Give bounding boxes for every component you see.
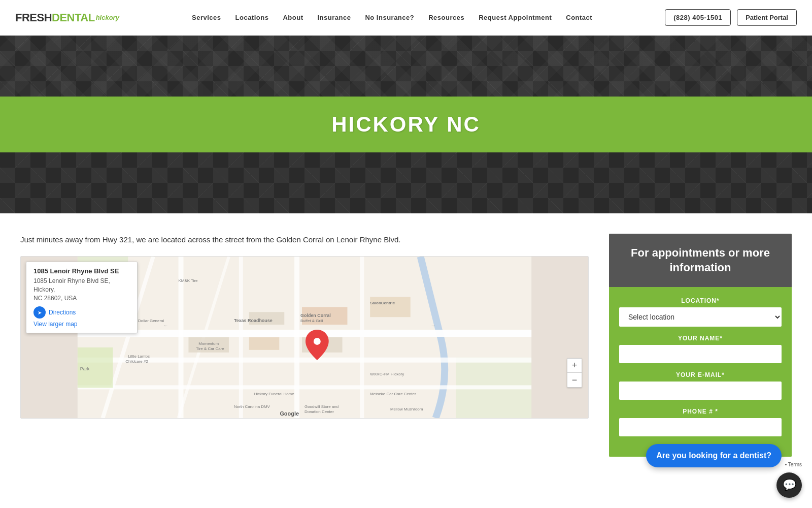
hero-dark-bottom — [0, 152, 812, 213]
svg-rect-7 — [239, 257, 243, 418]
logo-sub: hickory — [96, 14, 119, 21]
logo-text: FRESHDENTAL — [15, 11, 95, 24]
directions-button[interactable]: ➤ Directions — [33, 306, 130, 319]
phone-group: PHONE # * — [619, 408, 782, 436]
svg-text:Mellow Mushroom: Mellow Mushroom — [390, 407, 423, 411]
sidebar-card: For appointments or more information LOC… — [609, 234, 792, 457]
view-larger-map[interactable]: View larger map — [33, 321, 130, 328]
hero-dark-top — [0, 36, 812, 97]
map-address: 1085 Lenoir Rhyne Blvd SE, Hickory, NC 2… — [33, 277, 130, 302]
diamond-pattern-top — [0, 36, 812, 97]
map-zoom-controls: + − — [567, 358, 582, 388]
svg-text:Google: Google — [280, 410, 299, 417]
svg-text:KM&K Tire: KM&K Tire — [179, 278, 198, 283]
svg-text:SalonCentric: SalonCentric — [370, 301, 395, 305]
sidebar: For appointments or more information LOC… — [609, 234, 792, 457]
sidebar-header: For appointments or more information — [609, 234, 792, 287]
patient-portal-button[interactable]: Patient Portal — [737, 9, 797, 26]
svg-rect-8 — [294, 257, 299, 418]
svg-rect-14 — [249, 337, 280, 350]
nav-request-appointment[interactable]: Request Appointment — [479, 14, 552, 21]
header-actions: (828) 405-1501 Patient Portal — [665, 9, 797, 26]
nav-services[interactable]: Services — [192, 14, 221, 21]
nav-contact[interactable]: Contact — [566, 14, 592, 21]
page-title: HICKORY NC — [331, 112, 481, 137]
svg-text:North Carolina DMV: North Carolina DMV — [234, 404, 270, 409]
site-header: FRESHDENTAL hickory Services Locations A… — [0, 0, 812, 36]
intro-text: Just minutes away from Hwy 321, we are l… — [20, 234, 589, 246]
form-body: LOCATION* Select location YOUR NAME* YOU… — [609, 287, 792, 457]
svg-text:Momentum: Momentum — [198, 341, 219, 346]
svg-text:Buffet & Grill: Buffet & Grill — [300, 319, 323, 323]
svg-text:WXRC-FM Hickory: WXRC-FM Hickory — [370, 372, 404, 376]
main-nav: Services Locations About Insurance No In… — [192, 14, 592, 21]
nav-insurance[interactable]: Insurance — [317, 14, 351, 21]
logo[interactable]: FRESHDENTAL hickory — [15, 11, 119, 24]
map-address-title: 1085 Lenoir Rhyne Blvd SE — [33, 267, 130, 275]
location-group: LOCATION* Select location — [619, 297, 782, 327]
phone-button[interactable]: (828) 405-1501 — [665, 9, 731, 26]
content-area: Just minutes away from Hwy 321, we are l… — [0, 213, 812, 477]
svg-point-36 — [314, 338, 321, 345]
svg-text:Goodwill Store and: Goodwill Store and — [304, 404, 339, 409]
svg-text:Dollar General: Dollar General — [138, 319, 164, 323]
svg-rect-5 — [78, 385, 531, 389]
svg-text:Park: Park — [80, 366, 90, 371]
chat-icon: 💬 — [783, 479, 796, 492]
nav-no-insurance[interactable]: No Insurance? — [365, 14, 414, 21]
chat-button[interactable]: 💬 — [776, 472, 802, 498]
recaptcha-area: • Terms — [785, 462, 802, 467]
svg-rect-17 — [370, 297, 411, 318]
svg-text:Donation Center: Donation Center — [304, 409, 334, 414]
email-label: YOUR E-MAIL* — [619, 371, 782, 378]
nav-locations[interactable]: Locations — [235, 14, 269, 21]
svg-text:Tire & Car Care: Tire & Car Care — [196, 346, 224, 351]
phone-input[interactable] — [619, 418, 782, 436]
svg-rect-9 — [360, 257, 364, 418]
map-info-box: 1085 Lenoir Rhyne Blvd SE 1085 Lenoir Rh… — [26, 262, 138, 333]
zoom-out-button[interactable]: − — [567, 373, 582, 387]
hero-green: HICKORY NC — [0, 97, 812, 152]
email-input[interactable] — [619, 382, 782, 400]
name-group: YOUR NAME* — [619, 335, 782, 363]
nav-resources[interactable]: Resources — [428, 14, 464, 21]
zoom-in-button[interactable]: + — [567, 359, 582, 373]
svg-text:Meineke Car Care Center: Meineke Car Care Center — [370, 392, 416, 396]
name-input[interactable] — [619, 345, 782, 363]
svg-text:Little Lambs: Little Lambs — [128, 354, 150, 359]
location-select[interactable]: Select location — [619, 307, 782, 327]
map-container[interactable]: Texas Roadhouse Golden Corral Buffet & G… — [20, 256, 589, 419]
diamond-pattern-bottom — [0, 152, 812, 213]
svg-text:→: → — [430, 323, 435, 328]
email-group: YOUR E-MAIL* — [619, 371, 782, 400]
svg-text:Texas Roadhouse: Texas Roadhouse — [234, 318, 273, 323]
svg-text:←: ← — [163, 323, 168, 328]
directions-icon: ➤ — [33, 306, 46, 319]
nav-about[interactable]: About — [283, 14, 303, 21]
svg-text:Golden Corral: Golden Corral — [300, 313, 331, 318]
svg-rect-3 — [78, 330, 531, 337]
name-label: YOUR NAME* — [619, 335, 782, 342]
svg-text:Hickory Funeral Home: Hickory Funeral Home — [254, 392, 295, 396]
chat-bubble[interactable]: Are you looking for a dentist? — [646, 444, 782, 467]
svg-text:Childcare #2: Childcare #2 — [125, 359, 148, 364]
location-label: LOCATION* — [619, 297, 782, 304]
main-content: Just minutes away from Hwy 321, we are l… — [20, 234, 589, 457]
phone-label: PHONE # * — [619, 408, 782, 415]
